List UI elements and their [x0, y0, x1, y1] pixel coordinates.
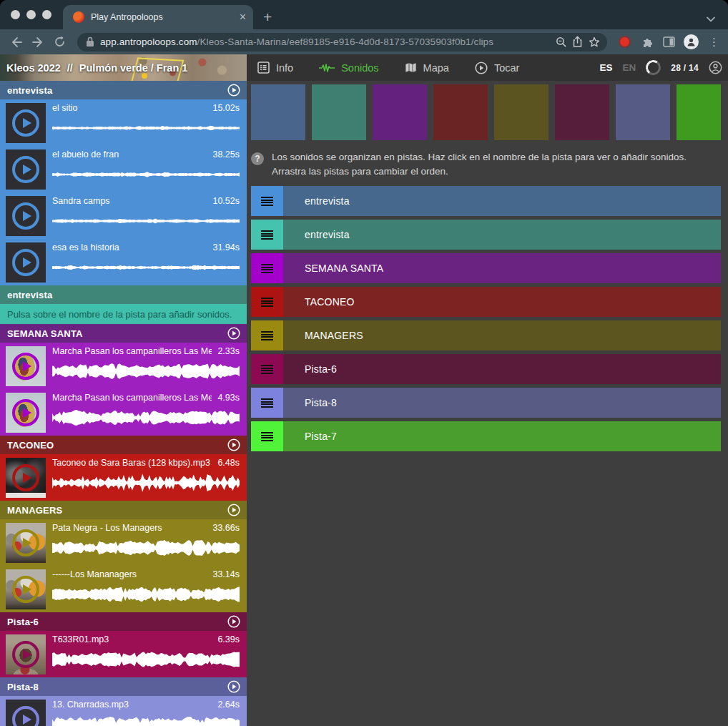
track-header[interactable]: MANAGERS	[0, 501, 247, 519]
clip-play-icon[interactable]	[6, 346, 46, 386]
clip-play-icon[interactable]	[6, 242, 46, 283]
zoom-window-button[interactable]	[42, 10, 51, 19]
track-row[interactable]: MANAGERS	[251, 320, 721, 350]
track-color-swatch	[616, 84, 670, 140]
track-drag-handle[interactable]	[251, 220, 283, 250]
extensions-puzzle-icon[interactable]	[638, 33, 656, 51]
track-drag-handle[interactable]	[251, 354, 283, 384]
track-play-button[interactable]	[227, 504, 240, 516]
track-row[interactable]: TACONEO	[251, 287, 721, 317]
reload-button[interactable]	[50, 33, 69, 51]
track-row-body[interactable]: entrevista	[283, 220, 721, 250]
track-play-button[interactable]	[227, 680, 240, 693]
track-row[interactable]: entrevista	[251, 220, 721, 250]
browser-tab[interactable]: Play Antropoloops ×	[63, 5, 253, 29]
track-header[interactable]: entrevista	[0, 81, 247, 99]
clip-play-icon[interactable]	[6, 523, 46, 563]
track-drag-handle[interactable]	[251, 186, 283, 216]
clip-item[interactable]: Pata Negra - Los Managers33.66s	[0, 519, 247, 566]
clip-waveform	[52, 360, 240, 382]
track-row-body[interactable]: Pista-7	[283, 421, 721, 451]
clip-item[interactable]: ------Los Mananagers33.14s	[0, 566, 247, 612]
clip-play-icon[interactable]	[6, 393, 46, 433]
track-row[interactable]: entrevista	[251, 186, 721, 216]
clip-info: Pata Negra - Los Managers33.66s	[52, 522, 240, 563]
track-drag-handle[interactable]	[251, 388, 283, 418]
clip-play-icon[interactable]	[6, 634, 46, 675]
back-button[interactable]	[7, 33, 26, 51]
track-play-button[interactable]	[227, 327, 240, 340]
bookmark-star-icon[interactable]	[589, 36, 600, 48]
track-row-body[interactable]: entrevista	[283, 186, 721, 216]
track-play-button[interactable]	[227, 615, 240, 628]
clip-item[interactable]: Marcha Pasan los campanilleros Las Mejor…	[0, 389, 247, 436]
clip-item[interactable]: Taconeo de Sara Baras (128 kbps).mp36.48…	[0, 454, 247, 501]
track-drag-handle[interactable]	[251, 421, 283, 451]
nav-sonidos[interactable]: Sonidos	[319, 62, 378, 74]
track-row-label: Pista-6	[305, 363, 337, 375]
clip-waveform	[52, 537, 240, 559]
track-play-button[interactable]	[227, 438, 240, 451]
clip-waveform	[52, 584, 240, 605]
track-header[interactable]: SEMANA SANTA	[0, 324, 247, 343]
sidebar-track-entrevista: entrevistaPulsa sobre el nombre de la pi…	[0, 285, 247, 324]
track-header[interactable]: entrevista	[0, 285, 247, 304]
clip-item[interactable]: T633R01.mp36.39s	[0, 631, 247, 677]
share-icon[interactable]	[572, 36, 583, 48]
clip-thumbnail	[6, 196, 46, 236]
close-window-button[interactable]	[11, 10, 20, 19]
lang-en-button[interactable]: EN	[622, 62, 636, 73]
lang-es-button[interactable]: ES	[599, 62, 612, 73]
track-header[interactable]: Pista-6	[0, 612, 247, 631]
new-tab-button[interactable]: +	[263, 9, 272, 24]
browser-window: Play Antropoloops × + app.antropoloops.c…	[0, 0, 728, 726]
clip-play-icon[interactable]	[6, 700, 46, 726]
zoom-page-icon[interactable]	[556, 36, 566, 47]
clip-item[interactable]: Sandra camps10.52s	[0, 192, 247, 239]
track-color-swatch	[433, 84, 488, 140]
clip-play-icon[interactable]	[6, 196, 46, 236]
nav-mapa[interactable]: Mapa	[405, 62, 449, 74]
tab-close-icon[interactable]: ×	[240, 11, 246, 23]
clip-item[interactable]: Marcha Pasan los campanilleros Las Mejor…	[0, 343, 247, 389]
track-row[interactable]: Pista-7	[251, 421, 721, 451]
clip-play-icon[interactable]	[6, 569, 46, 609]
clip-item[interactable]: el abuelo de fran38.25s	[0, 146, 247, 192]
track-header[interactable]: TACONEO	[0, 436, 247, 454]
track-row[interactable]: Pista-8	[251, 388, 721, 418]
clip-item[interactable]: 13. Charradas.mp32.64s	[0, 696, 247, 726]
tab-search-chevron-icon[interactable]	[707, 16, 715, 22]
track-play-button[interactable]	[227, 84, 240, 97]
browser-profile-avatar[interactable]	[684, 34, 699, 49]
clip-play-icon[interactable]	[6, 458, 46, 498]
track-row[interactable]: SEMANA SANTA	[251, 253, 721, 283]
minimize-window-button[interactable]	[26, 10, 36, 19]
track-row-body[interactable]: MANAGERS	[283, 320, 721, 350]
nav-info[interactable]: Info	[257, 62, 293, 74]
browser-menu-icon[interactable]: ⋮	[709, 36, 719, 49]
track-row[interactable]: Pista-6	[251, 354, 721, 384]
track-header[interactable]: Pista-8	[0, 677, 247, 696]
account-icon[interactable]	[709, 61, 722, 74]
clip-info: Taconeo de Sara Baras (128 kbps).mp36.48…	[52, 457, 240, 498]
track-color-swatch	[555, 84, 609, 140]
nav-tocar[interactable]: Tocar	[475, 62, 519, 74]
track-drag-handle[interactable]	[251, 253, 283, 283]
clip-play-icon[interactable]	[6, 149, 46, 190]
track-row-body[interactable]: Pista-8	[283, 388, 721, 418]
clip-item[interactable]: el sitio15.02s	[0, 99, 247, 146]
track-row-body[interactable]: Pista-6	[283, 354, 721, 384]
remix-banner[interactable]: Kleos 2022 // Pulmón verde / Fran 1	[0, 54, 247, 81]
track-row-body[interactable]: SEMANA SANTA	[283, 253, 721, 283]
track-drag-handle[interactable]	[251, 320, 283, 350]
forward-button[interactable]	[29, 33, 47, 51]
track-row-body[interactable]: TACONEO	[283, 287, 721, 317]
address-bar[interactable]: app.antropoloops.com/Kleos-Santa-Marina/…	[77, 33, 607, 51]
side-panel-icon[interactable]	[659, 33, 678, 51]
clip-item[interactable]: esa es la historia31.94s	[0, 239, 247, 285]
clip-play-icon[interactable]	[6, 103, 46, 143]
track-color-swatch	[494, 84, 549, 140]
track-drag-handle[interactable]	[251, 287, 283, 317]
clip-duration: 6.39s	[217, 634, 240, 644]
record-extension-icon[interactable]	[619, 36, 631, 48]
